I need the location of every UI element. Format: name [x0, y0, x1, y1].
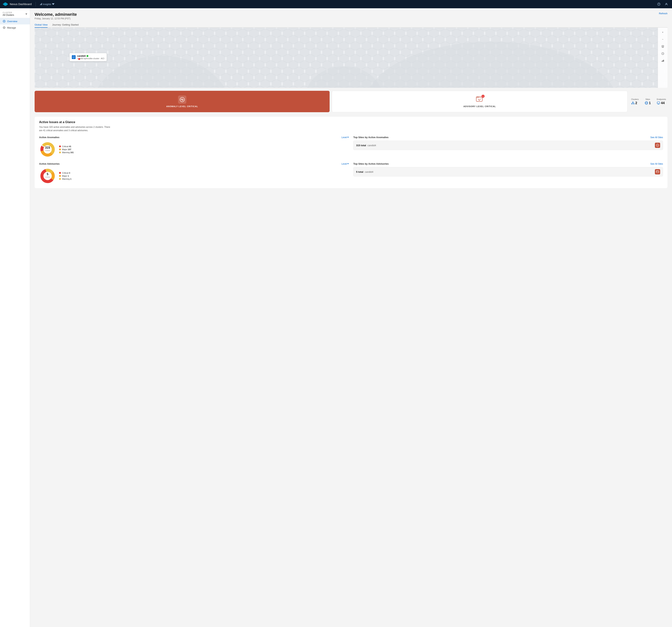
stat-clusters: Clusters 2 — [631, 98, 639, 105]
advisories-col-title: Active Advisories Level — [39, 162, 349, 165]
advisories-level-button[interactable]: Level — [341, 162, 349, 165]
top-anomalies-title: Top Sites by Active Anomalies — [353, 136, 388, 139]
adv-legend-critical: Critical 3 — [59, 172, 71, 174]
cisco-logo-icon — [3, 2, 8, 6]
tab-journey[interactable]: Journey: Getting Started — [52, 22, 79, 28]
world-map-svg — [34, 28, 668, 88]
svg-rect-4 — [6, 3, 7, 5]
manage-icon — [3, 26, 6, 29]
nav-chevron-icon — [52, 3, 54, 5]
top-nav: Nexus Dashboard Insights ? — [0, 0, 672, 8]
anomaly-site-badge-icon — [656, 144, 659, 147]
anomalies-donut-wrap: 315 Active Critical 41 Major 107 — [39, 141, 349, 158]
welcome-block: Welcome, adminwrite Friday, January 12, … — [34, 12, 77, 20]
cluster-value: All Clusters — [3, 14, 14, 16]
nav-divider — [35, 2, 36, 6]
summary-stats: Clusters 2 Sites — [630, 91, 668, 112]
site-popup-sub: candid-aphrodite-cluster · ACI — [77, 57, 104, 59]
stat-sites: Sites 1 — [645, 98, 651, 105]
anomaly-icon — [178, 96, 186, 104]
svg-rect-1 — [4, 3, 4, 5]
svg-line-36 — [632, 103, 633, 103]
insights-icon — [40, 3, 42, 5]
top-advisories-title: Top Sites by Active Advisories — [353, 162, 389, 165]
site-popup[interactable]: candid4 candid-aphrodite-cluster · ACI — [69, 53, 107, 61]
svg-text:Active: Active — [45, 150, 50, 151]
anomalies-site-bar[interactable]: 315 total candid4 — [353, 141, 663, 150]
clusters-value: 2 — [631, 101, 639, 105]
user-button[interactable] — [664, 1, 669, 7]
svg-point-31 — [477, 97, 478, 98]
nav-insights-item[interactable]: Insights — [40, 3, 55, 6]
svg-rect-26 — [662, 61, 662, 61]
endpoints-value: 44 — [657, 101, 666, 105]
top-advisories-col: Top Sites by Active Advisories See All S… — [353, 162, 663, 184]
help-button[interactable]: ? — [656, 1, 662, 7]
map-clock-button[interactable] — [660, 51, 666, 56]
cluster-selector[interactable]: Cluster All Clusters — [0, 10, 30, 18]
clusters-icon — [631, 101, 634, 105]
active-issues-section: Active Issues at a Glance You have 320 a… — [34, 117, 668, 188]
map-zoom-in-button[interactable]: + — [660, 29, 666, 35]
svg-point-33 — [632, 102, 633, 103]
anomalies-level-button[interactable]: Level — [341, 136, 349, 139]
cluster-info: Cluster All Clusters — [3, 11, 14, 16]
site-popup-info: candid4 candid-aphrodite-cluster · ACI — [77, 55, 104, 59]
advisories-donut-chart: 5 Active — [39, 168, 56, 184]
see-all-advisories-link[interactable]: See All Sites — [650, 162, 663, 165]
adv-legend-warning: Warning 1 — [59, 178, 71, 180]
sites-value: 1 — [645, 101, 651, 105]
site-popup-name: candid4 — [77, 55, 104, 57]
svg-text:Active: Active — [45, 176, 50, 178]
refresh-button[interactable]: Refresh — [659, 12, 668, 15]
tab-global-view[interactable]: Global View — [34, 22, 48, 28]
see-all-anomalies-link[interactable]: See All Sites — [650, 136, 663, 139]
help-icon: ? — [657, 3, 661, 6]
advisory-icon-wrap: 1 — [476, 96, 484, 104]
svg-rect-27 — [663, 60, 663, 61]
sidebar-overview-label: Overview — [7, 20, 17, 23]
advisories-site-text: 5 total candid4 — [356, 171, 373, 173]
anomaly-card[interactable]: ANOMALY LEVEL CRITICAL — [34, 91, 330, 112]
top-advisories-header: Top Sites by Active Advisories See All S… — [353, 162, 663, 165]
svg-rect-22 — [34, 28, 668, 88]
site-popup-icon — [72, 55, 76, 59]
page-header: Welcome, adminwrite Friday, January 12, … — [34, 12, 668, 20]
svg-point-24 — [87, 55, 88, 57]
endpoints-label: Endpoints — [657, 98, 666, 100]
legend-major: Major 107 — [59, 148, 74, 151]
major-dot — [59, 149, 61, 150]
map-zoom-out-button[interactable]: − — [660, 36, 666, 42]
cluster-label: Cluster — [3, 11, 14, 14]
user-icon — [665, 3, 668, 6]
active-issues-desc: You have 320 active anomalies and adviso… — [39, 125, 111, 132]
anomalies-site-text: 315 total candid4 — [356, 144, 376, 147]
svg-rect-28 — [663, 60, 664, 61]
advisory-card[interactable]: 1 ADVISORY LEVEL CRITICAL — [332, 91, 627, 112]
main-content: Welcome, adminwrite Friday, January 12, … — [30, 8, 672, 627]
svg-point-60 — [656, 171, 657, 171]
legend-critical: Critical 41 — [59, 145, 74, 148]
map-layers-button[interactable] — [660, 44, 666, 49]
clock-icon — [662, 52, 664, 55]
map-chart-button[interactable] — [660, 58, 666, 64]
issues-grid: Active Anomalies Level — [39, 136, 663, 184]
svg-point-10 — [4, 21, 4, 22]
advisories-site-bar[interactable]: 5 total candid4 — [353, 167, 663, 176]
svg-point-34 — [631, 103, 632, 104]
sidebar-item-overview[interactable]: Overview — [0, 18, 30, 24]
svg-point-32 — [478, 97, 479, 98]
chart-icon — [662, 59, 664, 62]
svg-text:315: 315 — [45, 146, 50, 149]
app-name: Nexus Dashboard — [10, 3, 32, 6]
tabs: Global View Journey: Getting Started — [34, 22, 668, 28]
critical-dot — [59, 146, 61, 147]
svg-rect-0 — [3, 4, 4, 4]
map-container: candid4 candid-aphrodite-cluster · ACI +… — [34, 28, 668, 88]
adv-level-chevron-icon — [347, 163, 349, 164]
advisory-badge: 1 — [482, 95, 484, 98]
endpoints-icon — [657, 101, 660, 105]
active-issues-title: Active Issues at a Glance — [39, 121, 663, 124]
sidebar-item-manage[interactable]: Manage — [0, 24, 30, 31]
page-subtitle: Friday, January 12, 12:53 PM (PST) — [34, 17, 77, 20]
